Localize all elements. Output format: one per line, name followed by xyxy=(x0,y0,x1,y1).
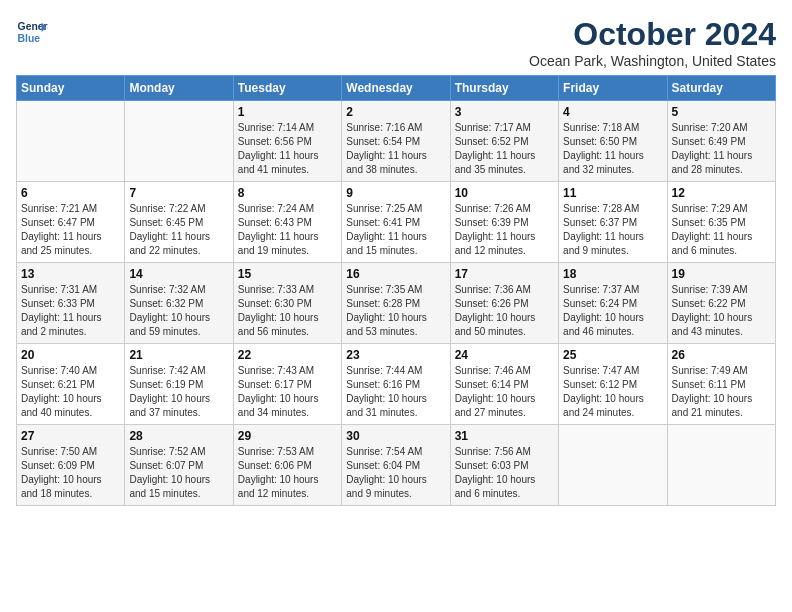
day-info: Sunrise: 7:24 AM Sunset: 6:43 PM Dayligh… xyxy=(238,202,337,258)
day-number: 3 xyxy=(455,105,554,119)
svg-text:Blue: Blue xyxy=(18,33,41,44)
weekday-header: Monday xyxy=(125,76,233,101)
calendar-cell: 11Sunrise: 7:28 AM Sunset: 6:37 PM Dayli… xyxy=(559,182,667,263)
day-number: 2 xyxy=(346,105,445,119)
day-info: Sunrise: 7:56 AM Sunset: 6:03 PM Dayligh… xyxy=(455,445,554,501)
day-number: 23 xyxy=(346,348,445,362)
day-info: Sunrise: 7:40 AM Sunset: 6:21 PM Dayligh… xyxy=(21,364,120,420)
calendar-cell: 16Sunrise: 7:35 AM Sunset: 6:28 PM Dayli… xyxy=(342,263,450,344)
day-number: 26 xyxy=(672,348,771,362)
location: Ocean Park, Washington, United States xyxy=(529,53,776,69)
weekday-header-row: SundayMondayTuesdayWednesdayThursdayFrid… xyxy=(17,76,776,101)
logo-icon: General Blue xyxy=(16,16,48,48)
logo: General Blue xyxy=(16,16,48,48)
day-number: 6 xyxy=(21,186,120,200)
calendar-cell: 26Sunrise: 7:49 AM Sunset: 6:11 PM Dayli… xyxy=(667,344,775,425)
calendar-cell: 23Sunrise: 7:44 AM Sunset: 6:16 PM Dayli… xyxy=(342,344,450,425)
day-info: Sunrise: 7:25 AM Sunset: 6:41 PM Dayligh… xyxy=(346,202,445,258)
calendar-cell: 20Sunrise: 7:40 AM Sunset: 6:21 PM Dayli… xyxy=(17,344,125,425)
day-info: Sunrise: 7:37 AM Sunset: 6:24 PM Dayligh… xyxy=(563,283,662,339)
calendar-cell: 8Sunrise: 7:24 AM Sunset: 6:43 PM Daylig… xyxy=(233,182,341,263)
day-number: 19 xyxy=(672,267,771,281)
day-info: Sunrise: 7:54 AM Sunset: 6:04 PM Dayligh… xyxy=(346,445,445,501)
day-number: 27 xyxy=(21,429,120,443)
day-number: 4 xyxy=(563,105,662,119)
calendar-cell: 28Sunrise: 7:52 AM Sunset: 6:07 PM Dayli… xyxy=(125,425,233,506)
day-info: Sunrise: 7:17 AM Sunset: 6:52 PM Dayligh… xyxy=(455,121,554,177)
day-number: 25 xyxy=(563,348,662,362)
calendar-cell: 17Sunrise: 7:36 AM Sunset: 6:26 PM Dayli… xyxy=(450,263,558,344)
title-block: October 2024 Ocean Park, Washington, Uni… xyxy=(529,16,776,69)
calendar-cell: 2Sunrise: 7:16 AM Sunset: 6:54 PM Daylig… xyxy=(342,101,450,182)
calendar-cell: 3Sunrise: 7:17 AM Sunset: 6:52 PM Daylig… xyxy=(450,101,558,182)
calendar-cell: 6Sunrise: 7:21 AM Sunset: 6:47 PM Daylig… xyxy=(17,182,125,263)
calendar-week-row: 13Sunrise: 7:31 AM Sunset: 6:33 PM Dayli… xyxy=(17,263,776,344)
calendar-cell: 31Sunrise: 7:56 AM Sunset: 6:03 PM Dayli… xyxy=(450,425,558,506)
calendar-cell: 29Sunrise: 7:53 AM Sunset: 6:06 PM Dayli… xyxy=(233,425,341,506)
day-info: Sunrise: 7:43 AM Sunset: 6:17 PM Dayligh… xyxy=(238,364,337,420)
calendar-cell: 1Sunrise: 7:14 AM Sunset: 6:56 PM Daylig… xyxy=(233,101,341,182)
calendar-cell: 4Sunrise: 7:18 AM Sunset: 6:50 PM Daylig… xyxy=(559,101,667,182)
day-info: Sunrise: 7:53 AM Sunset: 6:06 PM Dayligh… xyxy=(238,445,337,501)
day-info: Sunrise: 7:36 AM Sunset: 6:26 PM Dayligh… xyxy=(455,283,554,339)
day-info: Sunrise: 7:22 AM Sunset: 6:45 PM Dayligh… xyxy=(129,202,228,258)
day-number: 1 xyxy=(238,105,337,119)
day-number: 15 xyxy=(238,267,337,281)
calendar-week-row: 1Sunrise: 7:14 AM Sunset: 6:56 PM Daylig… xyxy=(17,101,776,182)
calendar-cell: 19Sunrise: 7:39 AM Sunset: 6:22 PM Dayli… xyxy=(667,263,775,344)
day-info: Sunrise: 7:20 AM Sunset: 6:49 PM Dayligh… xyxy=(672,121,771,177)
day-number: 9 xyxy=(346,186,445,200)
day-number: 22 xyxy=(238,348,337,362)
day-info: Sunrise: 7:44 AM Sunset: 6:16 PM Dayligh… xyxy=(346,364,445,420)
weekday-header: Saturday xyxy=(667,76,775,101)
calendar-cell: 18Sunrise: 7:37 AM Sunset: 6:24 PM Dayli… xyxy=(559,263,667,344)
weekday-header: Thursday xyxy=(450,76,558,101)
calendar-cell xyxy=(125,101,233,182)
day-info: Sunrise: 7:26 AM Sunset: 6:39 PM Dayligh… xyxy=(455,202,554,258)
day-info: Sunrise: 7:47 AM Sunset: 6:12 PM Dayligh… xyxy=(563,364,662,420)
day-info: Sunrise: 7:21 AM Sunset: 6:47 PM Dayligh… xyxy=(21,202,120,258)
day-number: 16 xyxy=(346,267,445,281)
page-header: General Blue October 2024 Ocean Park, Wa… xyxy=(16,16,776,69)
calendar-week-row: 20Sunrise: 7:40 AM Sunset: 6:21 PM Dayli… xyxy=(17,344,776,425)
day-info: Sunrise: 7:29 AM Sunset: 6:35 PM Dayligh… xyxy=(672,202,771,258)
calendar-cell xyxy=(559,425,667,506)
day-number: 21 xyxy=(129,348,228,362)
calendar-cell: 7Sunrise: 7:22 AM Sunset: 6:45 PM Daylig… xyxy=(125,182,233,263)
weekday-header: Wednesday xyxy=(342,76,450,101)
day-number: 14 xyxy=(129,267,228,281)
weekday-header: Sunday xyxy=(17,76,125,101)
day-info: Sunrise: 7:28 AM Sunset: 6:37 PM Dayligh… xyxy=(563,202,662,258)
calendar-cell: 22Sunrise: 7:43 AM Sunset: 6:17 PM Dayli… xyxy=(233,344,341,425)
calendar-week-row: 6Sunrise: 7:21 AM Sunset: 6:47 PM Daylig… xyxy=(17,182,776,263)
weekday-header: Tuesday xyxy=(233,76,341,101)
day-number: 12 xyxy=(672,186,771,200)
day-info: Sunrise: 7:35 AM Sunset: 6:28 PM Dayligh… xyxy=(346,283,445,339)
calendar-week-row: 27Sunrise: 7:50 AM Sunset: 6:09 PM Dayli… xyxy=(17,425,776,506)
calendar-cell: 27Sunrise: 7:50 AM Sunset: 6:09 PM Dayli… xyxy=(17,425,125,506)
calendar-cell: 21Sunrise: 7:42 AM Sunset: 6:19 PM Dayli… xyxy=(125,344,233,425)
day-number: 7 xyxy=(129,186,228,200)
calendar-cell: 13Sunrise: 7:31 AM Sunset: 6:33 PM Dayli… xyxy=(17,263,125,344)
calendar-cell: 5Sunrise: 7:20 AM Sunset: 6:49 PM Daylig… xyxy=(667,101,775,182)
day-number: 18 xyxy=(563,267,662,281)
calendar-cell: 14Sunrise: 7:32 AM Sunset: 6:32 PM Dayli… xyxy=(125,263,233,344)
day-info: Sunrise: 7:32 AM Sunset: 6:32 PM Dayligh… xyxy=(129,283,228,339)
day-info: Sunrise: 7:50 AM Sunset: 6:09 PM Dayligh… xyxy=(21,445,120,501)
day-info: Sunrise: 7:42 AM Sunset: 6:19 PM Dayligh… xyxy=(129,364,228,420)
weekday-header: Friday xyxy=(559,76,667,101)
day-number: 28 xyxy=(129,429,228,443)
calendar-cell: 12Sunrise: 7:29 AM Sunset: 6:35 PM Dayli… xyxy=(667,182,775,263)
day-info: Sunrise: 7:18 AM Sunset: 6:50 PM Dayligh… xyxy=(563,121,662,177)
calendar-cell: 25Sunrise: 7:47 AM Sunset: 6:12 PM Dayli… xyxy=(559,344,667,425)
day-info: Sunrise: 7:39 AM Sunset: 6:22 PM Dayligh… xyxy=(672,283,771,339)
calendar-table: SundayMondayTuesdayWednesdayThursdayFrid… xyxy=(16,75,776,506)
day-info: Sunrise: 7:33 AM Sunset: 6:30 PM Dayligh… xyxy=(238,283,337,339)
month-title: October 2024 xyxy=(529,16,776,53)
calendar-cell: 9Sunrise: 7:25 AM Sunset: 6:41 PM Daylig… xyxy=(342,182,450,263)
day-number: 29 xyxy=(238,429,337,443)
calendar-cell: 30Sunrise: 7:54 AM Sunset: 6:04 PM Dayli… xyxy=(342,425,450,506)
day-info: Sunrise: 7:46 AM Sunset: 6:14 PM Dayligh… xyxy=(455,364,554,420)
day-number: 10 xyxy=(455,186,554,200)
day-number: 11 xyxy=(563,186,662,200)
